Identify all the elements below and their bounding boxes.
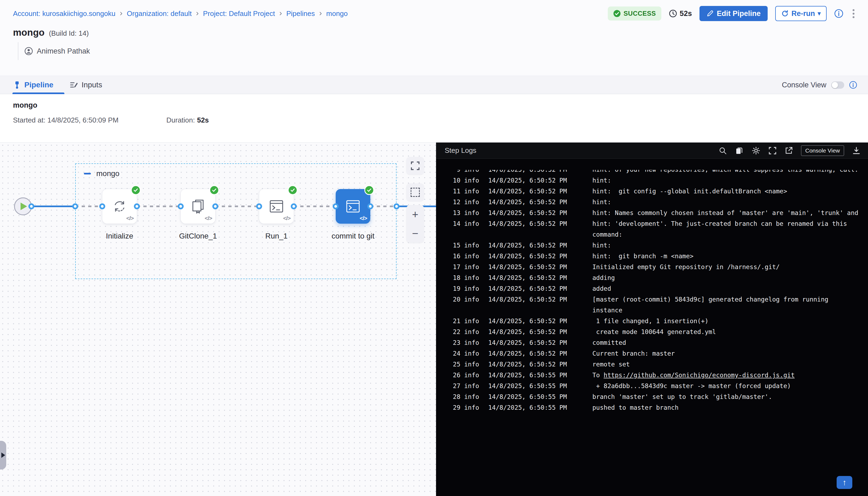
step-node-run[interactable]: </> (259, 189, 294, 224)
log-line: 10info14/8/2025, 6:50:52 PMhint: (448, 175, 860, 186)
log-level: info (460, 251, 479, 262)
pipeline-canvas[interactable]: mongo </> (0, 142, 436, 496)
log-timestamp: 14/8/2025, 6:50:52 PM (479, 186, 571, 197)
step-success-icon (365, 185, 374, 195)
log-message: hint: (571, 240, 860, 251)
step-label-commit-to-git: commit to git (318, 232, 388, 241)
collapse-stage-icon[interactable] (84, 173, 91, 174)
pipeline-icon (13, 81, 21, 89)
breadcrumb-account[interactable]: Account: kurosakiichigo.songoku (13, 10, 115, 18)
tab-inputs[interactable]: Inputs (69, 76, 102, 94)
zoom-out-button[interactable]: − (412, 228, 418, 239)
connector-ring (212, 203, 218, 209)
user-avatar-icon (24, 47, 33, 56)
code-icon: </> (126, 215, 134, 221)
canvas-fullscreen-button[interactable] (406, 157, 424, 175)
code-icon: </> (283, 215, 291, 221)
log-line: 19info14/8/2025, 6:50:52 PMadded (448, 283, 860, 294)
rerun-label: Re-run (791, 10, 815, 18)
log-line: 20info14/8/2025, 6:50:52 PM[master (root… (448, 294, 860, 315)
log-timestamp: 14/8/2025, 6:50:52 PM (479, 348, 571, 359)
scroll-to-top-button[interactable]: ↑ (837, 476, 852, 489)
log-timestamp: 14/8/2025, 6:50:52 PM (479, 272, 571, 283)
log-message: hint: Names commonly chosen instead of '… (571, 207, 860, 218)
terminal-icon (268, 198, 285, 215)
log-level: info (460, 402, 479, 413)
connector-ring (333, 203, 339, 209)
expand-left-panel-handle[interactable] (0, 441, 6, 469)
log-level: info (460, 348, 479, 359)
log-level: info (460, 391, 479, 402)
log-message: hint: git config --global init.defaultBr… (571, 186, 860, 197)
log-line-number: 17 (448, 262, 460, 272)
step-node-commit-to-git[interactable]: </> (336, 189, 370, 224)
log-timestamp: 14/8/2025, 6:50:52 PM (479, 218, 571, 240)
log-line-number: 26 (448, 370, 460, 381)
log-timestamp: 14/8/2025, 6:50:55 PM (479, 381, 571, 391)
log-line-number: 29 (448, 402, 460, 413)
log-message: [master (root-commit) 5843d9c] generated… (571, 294, 860, 315)
log-line: 15info14/8/2025, 6:50:52 PMhint: (448, 240, 860, 251)
breadcrumb-pipelines[interactable]: Pipelines (286, 10, 315, 18)
log-timestamp: 14/8/2025, 6:50:52 PM (479, 326, 571, 337)
log-level: info (460, 207, 479, 218)
log-message: hint: (571, 197, 860, 207)
success-check-icon (613, 10, 621, 17)
log-level: info (460, 337, 479, 348)
connector-ring (134, 203, 140, 209)
zoom-in-button[interactable]: + (412, 209, 418, 220)
stage-label: mongo (96, 169, 120, 178)
log-level: info (460, 197, 479, 207)
log-message: added (571, 283, 860, 294)
fullscreen-icon[interactable] (769, 146, 777, 155)
console-view-toggle[interactable] (831, 81, 844, 89)
step-logs-title: Step Logs (445, 146, 476, 155)
log-repo-link[interactable]: https://github.com/Sonichigo/economy-dis… (604, 372, 795, 378)
step-success-icon (288, 185, 297, 195)
download-icon[interactable] (852, 146, 861, 155)
copy-icon[interactable] (735, 146, 744, 155)
settings-gear-icon[interactable] (752, 146, 760, 155)
log-timestamp: 14/8/2025, 6:50:52 PM (479, 175, 571, 186)
chevron-down-icon: ▾ (818, 10, 821, 17)
log-line: 25info14/8/2025, 6:50:52 PMremote set (448, 359, 860, 370)
search-icon[interactable] (719, 146, 727, 155)
info-icon[interactable] (834, 9, 843, 18)
log-line: 26info14/8/2025, 6:50:55 PMTo https://gi… (448, 370, 860, 381)
breadcrumb-organization[interactable]: Organization: default (127, 10, 192, 18)
connector-ring (28, 203, 34, 209)
open-external-icon[interactable] (785, 146, 793, 155)
log-level: info (460, 262, 479, 272)
log-message: 1 file changed, 1 insertion(+) (571, 315, 860, 326)
breadcrumb-separator: › (196, 9, 199, 17)
edit-pipeline-button[interactable]: Edit Pipeline (699, 6, 768, 21)
log-line: 28info14/8/2025, 6:50:55 PMbranch 'maste… (448, 391, 860, 402)
log-line-number: 18 (448, 272, 460, 283)
connector-ring (72, 203, 78, 209)
rerun-button[interactable]: Re-run ▾ (775, 6, 827, 21)
log-level: info (460, 359, 479, 370)
connector-ring (256, 203, 262, 209)
info-icon[interactable] (849, 81, 857, 89)
step-node-initialize[interactable]: </> (102, 189, 137, 224)
connector-ring (367, 203, 373, 209)
connector-ring (291, 203, 297, 209)
log-message: Initialized empty Git repository in /har… (571, 262, 860, 272)
step-success-icon (131, 185, 141, 195)
log-line-number: 16 (448, 251, 460, 262)
log-message: To https://github.com/Sonichigo/economy-… (571, 370, 860, 381)
log-line-number: 15 (448, 240, 460, 251)
inputs-icon (69, 81, 78, 89)
breadcrumb-current-pipeline[interactable]: mongo (326, 10, 348, 18)
more-options-menu[interactable] (851, 7, 856, 20)
tab-pipeline[interactable]: Pipeline (13, 76, 53, 94)
console-view-button[interactable]: Console View (801, 145, 844, 156)
step-success-icon (210, 185, 219, 195)
step-logs-body[interactable]: 9info14/8/2025, 6:50:52 PMhint: of your … (436, 159, 868, 496)
breadcrumb-project[interactable]: Project: Default Project (203, 10, 275, 18)
log-line: 24info14/8/2025, 6:50:52 PMCurrent branc… (448, 348, 860, 359)
expand-arrow-icon (1, 452, 5, 458)
canvas-selection-button[interactable] (406, 183, 424, 201)
step-node-gitclone[interactable]: </> (181, 189, 215, 224)
log-line-number: 19 (448, 283, 460, 294)
